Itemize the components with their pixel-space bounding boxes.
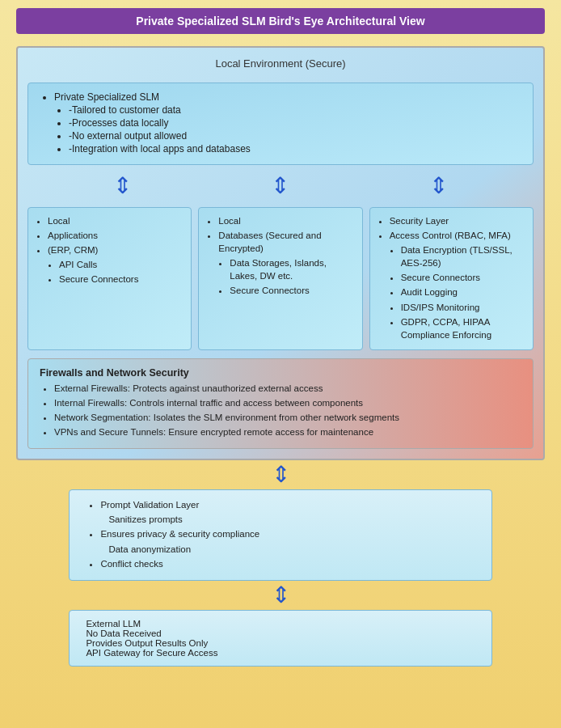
col1-api: API Calls (59, 258, 183, 271)
col1-secure: Secure Connectors (59, 273, 183, 286)
external-llm-line-4: API Gateway for Secure Access (86, 648, 475, 658)
slm-bullet-2: -Processes data locally (69, 117, 521, 129)
col1-erp: (ERP, CRM) (48, 243, 183, 256)
prompt-conflict: Conflict checks (100, 557, 475, 570)
firewall-bullet-3: Network Segmentation: Isolates the SLM e… (54, 411, 521, 424)
external-llm-line-1: External LLM (86, 619, 475, 629)
slm-bullet-4: -Integration with local apps and databas… (69, 143, 521, 154)
slm-box: Private Specialized SLM -Tailored to cus… (27, 83, 534, 165)
arrow-center-2: ⇕ (272, 584, 290, 607)
firewall-title: Firewalls and Network Security (40, 367, 521, 379)
col2-storages: Data Storages, Islands, Lakes, DW etc. (230, 256, 353, 282)
external-llm-line-2: No Data Received (86, 629, 475, 638)
slm-bullet-1: -Tailored to customer data (69, 104, 521, 116)
local-env-label: Local Environment (Secure) (27, 57, 534, 70)
col2-databases: Databases (Secured and Encrypted) (218, 229, 353, 255)
three-cols: Local Applications (ERP, CRM) API Calls … (27, 207, 534, 350)
col3-data-encryption: Data Encryption (TLS/SSL, AES-256) (401, 243, 525, 269)
arrow-2: ⇕ (271, 175, 289, 197)
external-llm-line-3: Provides Output Results Only (86, 638, 475, 648)
col1-local: Local (48, 214, 183, 227)
arrow-center-1: ⇕ (272, 463, 290, 486)
col1-applications: Applications (48, 229, 183, 242)
col2-local: Local (218, 214, 353, 227)
prompt-anonymization: Data anonymization (108, 543, 475, 556)
arrow-3: ⇕ (429, 175, 448, 197)
prompt-validation-layer: Prompt Validation Layer (100, 498, 475, 511)
arrow-1: ⇕ (113, 175, 132, 197)
col3-security-layer: Security Layer (390, 214, 525, 227)
col-security: Security Layer Access Control (RBAC, MFA… (369, 207, 534, 350)
col-applications: Local Applications (ERP, CRM) API Calls … (27, 207, 192, 350)
firewall-bullet-1: External Firewalls: Protects against una… (54, 382, 521, 395)
prompt-validation-box: Prompt Validation Layer Sanitizes prompt… (69, 489, 491, 580)
arrow-down-1: ⇕ (272, 463, 290, 486)
col3-ids-ips: IDS/IPS Monitoring (401, 301, 525, 314)
slm-list: Private Specialized SLM -Tailored to cus… (40, 91, 521, 154)
firewall-bullet-2: Internal Firewalls: Controls internal tr… (54, 396, 521, 409)
col-databases: Local Databases (Secured and Encrypted) … (198, 207, 362, 350)
col2-connectors: Secure Connectors (230, 284, 353, 297)
slm-heading: Private Specialized SLM (54, 91, 521, 103)
page-title: Private Specialized SLM Bird's Eye Archi… (16, 8, 545, 34)
arrows-row-1: ⇕ ⇕ ⇕ (27, 173, 534, 199)
slm-bullet-3: -No external output allowed (69, 130, 521, 142)
firewall-list: External Firewalls: Protects against una… (40, 382, 521, 438)
firewall-box: Firewalls and Network Security External … (27, 358, 534, 449)
col3-audit-logging: Audit Logging (401, 286, 525, 298)
local-environment-container: Local Environment (Secure) Private Speci… (16, 46, 545, 460)
prompt-privacy: Ensures privacy & security compliance (100, 527, 475, 540)
col3-gdpr: GDPR, CCPA, HIPAA Compliance Enforcing (401, 315, 525, 341)
prompt-sanitizes: Sanitizes prompts (108, 513, 475, 526)
external-llm-box: External LLM No Data Received Provides O… (69, 610, 491, 667)
arrow-down-2: ⇕ (272, 584, 290, 607)
col3-secure-connectors: Secure Connectors (401, 271, 525, 284)
firewall-bullet-4: VPNs and Secure Tunnels: Ensure encrypte… (54, 425, 521, 438)
col3-access-control: Access Control (RBAC, MFA) (390, 229, 525, 242)
